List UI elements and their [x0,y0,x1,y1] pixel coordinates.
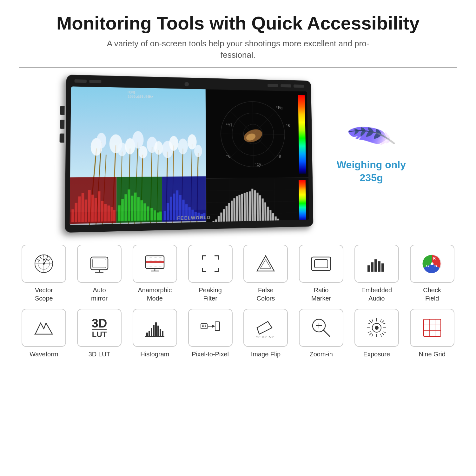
vector-scope-icon [33,253,55,275]
svg-rect-70 [251,189,254,224]
svg-marker-155 [260,260,271,268]
svg-rect-79 [274,217,276,223]
svg-rect-98 [110,207,113,221]
monitor-screen: HDMI 1080p@59.94Hz [69,87,309,225]
svg-rect-163 [367,265,370,266]
svg-rect-63 [233,199,235,224]
3d-lut-label: 3D LUT [89,350,110,358]
svg-rect-110 [147,207,149,221]
svg-rect-107 [137,197,140,221]
svg-rect-60 [225,206,228,224]
feature-nine-grid: Nine Grid [407,309,457,358]
svg-rect-193 [205,326,206,327]
port-3 [59,134,64,143]
svg-rect-86 [71,209,74,222]
false-colors-icon [255,253,277,275]
svg-rect-80 [277,219,279,223]
svg-point-219 [375,326,379,330]
svg-line-207 [369,321,372,323]
monitor-side-ports [59,106,64,143]
monitor-body: HDMI 1080p@59.94Hz [65,75,313,233]
svg-rect-117 [167,203,169,220]
svg-point-21 [139,146,148,159]
svg-rect-106 [134,193,136,221]
svg-text:90°: 90° [256,336,261,339]
svg-rect-91 [88,190,91,222]
auto-mirror-icon [88,253,110,275]
svg-rect-108 [140,201,143,221]
svg-rect-56 [215,220,217,225]
monitor-brand: FEELWORLD [177,215,211,221]
svg-text:°G: °G [226,154,230,159]
check-field-label: CheckField [423,286,441,302]
svg-rect-116 [163,211,166,221]
nine-grid-icon [421,317,443,339]
port-1 [60,106,64,115]
svg-rect-64 [236,196,238,224]
weight-text: Weighing only235g [337,158,406,185]
svg-rect-55 [212,221,214,225]
svg-point-28 [194,145,202,157]
feature-waveform: Waveform [19,309,69,358]
histogram-label: Histogram [140,350,169,358]
svg-rect-75 [264,203,267,224]
svg-rect-72 [256,193,259,224]
svg-rect-97 [107,206,110,221]
peaking-icon-box [188,245,233,283]
svg-text:B: B [434,264,437,268]
feature-auto-mirror: Automirror [75,245,124,302]
main-title: Monitoring Tools with Quick Accessibilit… [19,13,457,34]
svg-marker-173 [35,323,52,334]
vector-scope-icon-box [22,245,66,283]
svg-rect-89 [81,193,84,222]
svg-rect-112 [154,210,156,221]
svg-text:180°: 180° [261,336,268,339]
feature-exposure: Exposure [352,309,402,358]
svg-rect-65 [238,195,241,224]
svg-text:°B: °B [276,154,281,159]
weight-section: 🪶 Weighing only235g [337,122,406,185]
svg-rect-105 [131,196,133,221]
header-section: Monitoring Tools with Quick Accessibilit… [19,13,457,68]
svg-rect-143 [93,259,106,268]
svg-rect-192 [203,326,204,327]
svg-point-141 [43,263,45,265]
waveform-label: Waveform [30,350,58,358]
monitor-section: HDMI 1080p@59.94Hz [19,77,457,229]
svg-line-217 [372,334,373,337]
svg-rect-76 [267,207,269,223]
svg-rect-96 [104,204,107,221]
subtitle: A variety of on-screen tools help your s… [19,38,457,61]
svg-rect-73 [259,195,261,224]
svg-rect-188 [202,325,203,326]
hdmi-label: HDMI [128,91,136,95]
svg-line-199 [324,330,330,336]
svg-marker-154 [257,256,274,271]
3d-lut-icon-box: 3D LUT [77,309,122,347]
screen-content: HDMI 1080p@59.94Hz [69,87,309,225]
svg-rect-187 [215,322,220,331]
monitor-container: HDMI 1080p@59.94Hz [70,77,318,229]
svg-rect-179 [155,322,157,336]
svg-rect-84 [299,180,306,223]
feature-false-colors: FalseColors [241,245,291,302]
histogram-icon-box [133,309,177,347]
peaking-label: PeakingFilter [199,286,221,302]
anamorphic-icon-box [133,245,177,283]
svg-text:°R: °R [285,123,290,128]
check-field-icon: B R G [421,253,443,275]
svg-line-208 [382,333,384,335]
feature-ratio-marker: RatioMarker [296,245,346,302]
anamorphic-icon [144,253,166,275]
svg-rect-182 [162,331,163,336]
svg-text:270°: 270° [268,336,274,339]
svg-rect-88 [78,196,81,222]
svg-rect-189 [203,325,204,326]
check-field-icon-box: B R G [410,245,454,283]
embedded-audio-icon [366,253,388,275]
pixel-to-pixel-icon-box [188,309,233,347]
zoom-in-icon [310,317,332,339]
svg-line-215 [383,323,386,324]
embedded-audio-label: EmbeddedAudio [361,286,392,302]
svg-rect-147 [146,261,164,263]
